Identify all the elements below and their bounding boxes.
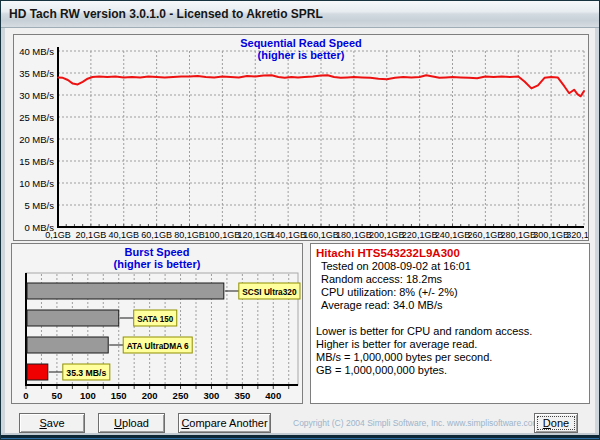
y-tick-label: 30 MB/s [19,90,54,101]
info-notes: Lower is better for CPU and random acces… [316,325,584,377]
x-tick-label: 180,1GB [336,230,372,240]
x-tick-label: 260,1GB [468,230,504,240]
bar-label-text: ATA UltraDMA 6 [127,341,189,351]
bar-label-text: SCSI Ultra320 [242,287,296,297]
hdtach-window: HD Tach RW version 3.0.1.0 - Licensed to… [0,0,600,440]
y-tick-label: 15 MB/s [19,156,54,167]
burst-tick-label: 350 [234,390,250,401]
y-tick-label: 20 MB/s [19,134,54,145]
y-tick-label: 35 MB/s [19,68,54,79]
done-accesskey: D [543,417,551,429]
info-note-line: Lower is better for CPU and random acces… [316,325,584,338]
burst-tick-label: 150 [111,390,127,401]
x-tick-label: 20,1GB [76,230,107,240]
x-tick-label: 160,1GB [303,230,339,240]
x-tick-label: 80,1GB [174,230,205,240]
burst-bar [27,364,48,380]
burst-tick-label: 400 [265,390,281,401]
x-tick-label: 320,1GB [566,230,588,240]
info-note-line: Higher is better for average read. [316,338,584,351]
burst-bar [27,337,108,353]
bar-label-text: SATA 150 [137,314,173,324]
compare-another-drive-button[interactable]: Compare Another Drive [178,413,271,433]
window-bottom-frame [1,433,599,439]
x-tick-label: 140,1GB [270,230,306,240]
upload-accesskey: U [114,417,122,429]
x-tick-label: 280,1GB [500,230,536,240]
burst-tick-label: 100 [80,390,96,401]
done-label: one [551,417,569,429]
x-tick-label: 0,1GB [45,230,71,240]
upload-results-button[interactable]: Upload Results [98,413,165,433]
copyright-text: Copyright (C) 2004 Simpli Software, Inc.… [293,413,540,433]
x-tick-label: 40,1GB [108,230,139,240]
drive-detail-line: Random access: 18.2ms [321,273,584,286]
x-tick-label: 60,1GB [141,230,172,240]
drive-name: Hitachi HTS543232L9A300 [316,247,584,260]
burst-tick-label: 0 [23,390,28,401]
read-speed-line [58,75,584,96]
titlebar[interactable]: HD Tach RW version 3.0.1.0 - Licensed to… [1,1,599,28]
burst-tick-label: 200 [142,390,158,401]
y-tick-label: 5 MB/s [24,200,54,211]
burst-bar [27,310,119,326]
drive-info-panel: Hitachi HTS543232L9A300 Tested on 2008-0… [310,243,590,404]
x-tick-label: 220,1GB [402,230,438,240]
burst-speed-svg: 050100150200250300350400SCSI Ultra320SAT… [12,244,302,403]
drive-detail-line: Tested on 2008-09-02 at 16:01 [321,260,584,273]
x-tick-label: 120,1GB [237,230,273,240]
burst-bar [27,283,224,299]
save-results-button[interactable]: Save Results [19,413,85,433]
y-tick-label: 40 MB/s [19,46,54,57]
x-tick-label: 240,1GB [435,230,471,240]
x-tick-label: 300,1GB [533,230,569,240]
y-tick-label: 25 MB/s [19,112,54,123]
bar-label-text: 35.3 MB/s [66,368,106,378]
sequential-read-panel: 40 MB/s35 MB/s30 MB/s25 MB/s20 MB/s15 MB… [13,34,589,241]
burst-speed-panel: 050100150200250300350400SCSI Ultra320SAT… [11,243,303,404]
drive-detail-line: Average read: 34.0 MB/s [321,299,584,312]
window-title: HD Tach RW version 3.0.1.0 - Licensed to… [9,7,323,21]
x-tick-label: 100,1GB [205,230,241,240]
drive-details: Tested on 2008-09-02 at 16:01Random acce… [316,260,584,312]
x-tick-label: 200,1GB [369,230,405,240]
burst-tick-label: 50 [52,390,63,401]
drive-detail-line: CPU utilization: 8% (+/- 2%) [321,286,584,299]
info-note-line: GB = 1,000,000,000 bytes. [316,364,584,377]
save-accesskey: S [39,417,46,429]
done-button[interactable]: Done [534,413,578,433]
client-area: 40 MB/s35 MB/s30 MB/s25 MB/s20 MB/s15 MB… [5,28,595,435]
sequential-read-svg: 40 MB/s35 MB/s30 MB/s25 MB/s20 MB/s15 MB… [14,35,588,240]
info-note-line: MB/s = 1,000,000 bytes per second. [316,351,584,364]
burst-tick-label: 300 [204,390,220,401]
y-tick-label: 10 MB/s [19,178,54,189]
burst-tick-label: 250 [173,390,189,401]
